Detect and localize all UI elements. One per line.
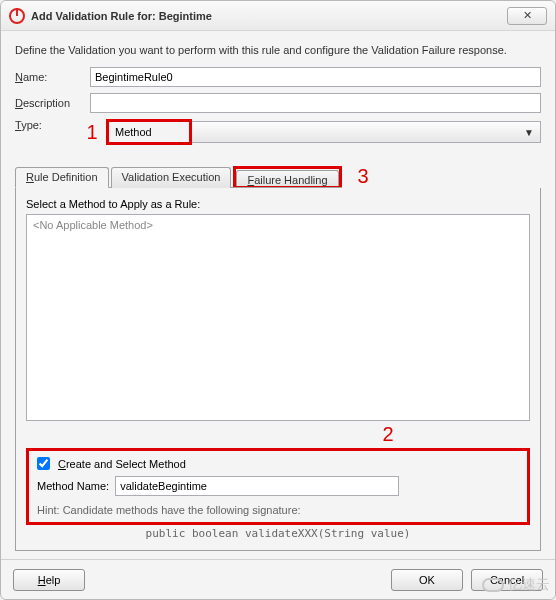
row-name: Name: (15, 67, 541, 87)
row-type: Type: 1 Method ▼ (15, 119, 541, 145)
tab-rule-definition[interactable]: Rule Definition (15, 167, 109, 188)
hint-text: Hint: Candidate methods have the followi… (37, 504, 519, 516)
signature-text: public boolean validateXXX(String value) (26, 527, 530, 540)
tab-failure-handling[interactable]: Failure Handling (236, 170, 338, 186)
create-method-row: Create and Select Method (37, 457, 519, 470)
row-description: Description (15, 93, 541, 113)
tabs: Rule Definition Validation Execution Fai… (15, 166, 342, 188)
method-name-label: Method Name: (37, 480, 109, 492)
create-method-checkbox[interactable] (37, 457, 50, 470)
ok-button[interactable]: OK (391, 569, 463, 591)
close-icon: ✕ (523, 9, 532, 22)
window-title: Add Validation Rule for: Begintime (31, 10, 212, 22)
annotation-2: 2 (246, 423, 530, 446)
window-close-button[interactable]: ✕ (507, 7, 547, 25)
name-label: Name: (15, 71, 90, 83)
method-name-input[interactable] (115, 476, 399, 496)
annotation-box-1: Method (106, 119, 192, 145)
type-select[interactable]: ▼ (192, 121, 541, 143)
dialog-window: Add Validation Rule for: Begintime ✕ Def… (0, 0, 556, 600)
description-input[interactable] (90, 93, 541, 113)
select-method-label: Select a Method to Apply as a Rule: (26, 198, 530, 210)
cancel-button[interactable]: Cancel (471, 569, 543, 591)
intro-text: Define the Validation you want to perfor… (15, 43, 541, 57)
method-name-row: Method Name: (37, 476, 519, 496)
annotation-3: 3 (358, 165, 369, 188)
type-select-value[interactable]: Method (109, 122, 189, 142)
chevron-down-icon: ▼ (524, 127, 534, 138)
tab-validation-execution[interactable]: Validation Execution (111, 167, 232, 188)
no-applicable-method: <No Applicable Method> (33, 219, 153, 231)
type-label: Type: (15, 119, 90, 145)
name-input[interactable] (90, 67, 541, 87)
dialog-content: Define the Validation you want to perfor… (1, 31, 555, 559)
annotation-1: 1 (82, 121, 102, 144)
app-icon (9, 8, 25, 24)
description-label: Description (15, 97, 90, 109)
method-list[interactable]: <No Applicable Method> (26, 214, 530, 421)
button-bar: Help OK Cancel (1, 559, 555, 599)
tab-panel-rule-definition: Select a Method to Apply as a Rule: <No … (15, 188, 541, 551)
tabs-row: Rule Definition Validation Execution Fai… (15, 165, 541, 188)
help-button[interactable]: Help (13, 569, 85, 591)
create-method-label: Create and Select Method (58, 458, 186, 470)
titlebar: Add Validation Rule for: Begintime ✕ (1, 1, 555, 31)
annotation-box-3: Failure Handling (233, 166, 341, 187)
annotation-box-2: Create and Select Method Method Name: Hi… (26, 448, 530, 525)
